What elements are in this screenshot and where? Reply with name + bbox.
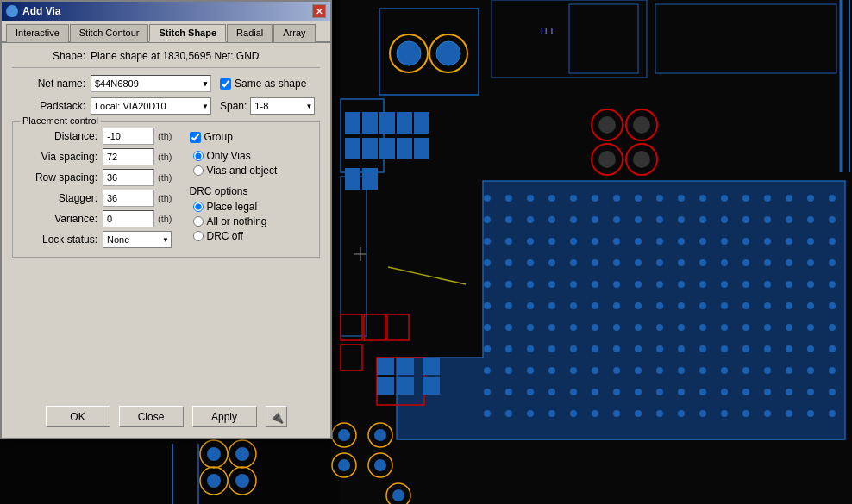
svg-point-203 bbox=[570, 389, 577, 395]
tab-stitch-contour[interactable]: Stitch Contour bbox=[70, 24, 149, 42]
svg-point-224 bbox=[656, 410, 663, 417]
drc-radio-group: Place legal All or nothing DRC off bbox=[193, 201, 278, 242]
lock-status-select[interactable]: None bbox=[103, 231, 172, 248]
svg-point-54 bbox=[656, 195, 663, 202]
svg-point-49 bbox=[548, 195, 555, 202]
svg-point-11 bbox=[436, 41, 460, 65]
svg-point-131 bbox=[484, 302, 491, 309]
net-name-input[interactable] bbox=[91, 75, 211, 92]
net-name-row: Net name: ▼ Same as shape bbox=[12, 75, 320, 92]
extra-icon-button[interactable]: 🔌 bbox=[266, 406, 287, 427]
only-vias-radio[interactable] bbox=[193, 151, 204, 161]
span-select[interactable]: 1-8 bbox=[250, 97, 315, 115]
shape-label-text: Shape: bbox=[12, 50, 85, 62]
all-or-nothing-radio[interactable] bbox=[193, 216, 204, 227]
svg-point-245 bbox=[374, 429, 386, 441]
padstack-row: Padstack: Local: VIA20D10 Span: 1-8 bbox=[12, 97, 320, 115]
stagger-label: Stagger: bbox=[20, 192, 97, 204]
svg-point-59 bbox=[764, 195, 771, 202]
row-spacing-unit: (th) bbox=[158, 172, 172, 183]
drc-off-label: DRC off bbox=[207, 230, 243, 242]
shape-value: Plane shape at 1830,5695 Net: GND bbox=[91, 50, 259, 62]
svg-point-249 bbox=[374, 459, 386, 471]
svg-point-143 bbox=[742, 302, 749, 309]
svg-point-195 bbox=[764, 367, 771, 374]
svg-point-118 bbox=[570, 281, 577, 288]
svg-point-155 bbox=[635, 324, 642, 331]
stagger-input[interactable] bbox=[103, 190, 154, 207]
svg-point-163 bbox=[807, 324, 814, 331]
close-button[interactable]: ✕ bbox=[312, 4, 326, 18]
svg-point-183 bbox=[505, 367, 512, 374]
svg-rect-31 bbox=[397, 138, 412, 159]
svg-point-66 bbox=[548, 216, 555, 223]
vias-and-object-row: Vias and object bbox=[193, 165, 278, 177]
placement-fields: Distance: (th) Via spacing: (th) Row spa… bbox=[20, 128, 172, 252]
svg-point-198 bbox=[829, 367, 836, 374]
svg-point-15 bbox=[633, 116, 650, 134]
svg-point-58 bbox=[742, 195, 749, 202]
svg-point-77 bbox=[786, 216, 792, 223]
button-row: OK Close Apply 🔌 bbox=[2, 406, 330, 427]
svg-point-215 bbox=[829, 389, 836, 395]
svg-point-193 bbox=[721, 367, 728, 374]
svg-rect-25 bbox=[362, 138, 378, 159]
padstack-label: Padstack: bbox=[12, 100, 85, 112]
tab-interactive[interactable]: Interactive bbox=[6, 24, 69, 42]
svg-point-122 bbox=[656, 281, 663, 288]
svg-point-247 bbox=[338, 459, 350, 471]
vias-and-object-radio[interactable] bbox=[193, 165, 204, 176]
svg-point-175 bbox=[699, 345, 706, 352]
ok-button[interactable]: OK bbox=[46, 406, 110, 427]
svg-point-110 bbox=[764, 259, 771, 266]
svg-point-140 bbox=[678, 302, 685, 309]
svg-point-181 bbox=[829, 345, 836, 352]
via-spacing-input[interactable] bbox=[103, 148, 154, 165]
svg-point-171 bbox=[613, 345, 620, 352]
svg-point-74 bbox=[721, 216, 728, 223]
svg-rect-26 bbox=[362, 168, 378, 190]
drc-off-radio[interactable] bbox=[193, 231, 204, 241]
svg-point-63 bbox=[484, 216, 491, 223]
svg-point-188 bbox=[613, 367, 620, 374]
same-as-shape-checkbox[interactable] bbox=[220, 78, 231, 90]
svg-point-237 bbox=[235, 447, 249, 461]
variance-unit: (th) bbox=[158, 214, 172, 224]
svg-point-220 bbox=[570, 410, 577, 417]
shape-row: Shape: Plane shape at 1830,5695 Net: GND bbox=[12, 50, 320, 68]
row-spacing-input[interactable] bbox=[103, 169, 154, 186]
tab-stitch-shape[interactable]: Stitch Shape bbox=[149, 24, 226, 42]
placement-content: Distance: (th) Via spacing: (th) Row spa… bbox=[20, 128, 312, 252]
apply-button[interactable]: Apply bbox=[192, 406, 257, 427]
tab-array[interactable]: Array bbox=[273, 24, 315, 42]
svg-point-97 bbox=[484, 259, 491, 266]
tab-radial[interactable]: Radial bbox=[227, 24, 273, 42]
place-legal-row: Place legal bbox=[193, 201, 278, 213]
distance-input[interactable] bbox=[103, 128, 154, 145]
svg-point-152 bbox=[570, 324, 577, 331]
svg-point-182 bbox=[484, 367, 491, 374]
padstack-select[interactable]: Local: VIA20D10 bbox=[91, 97, 211, 115]
svg-point-116 bbox=[527, 281, 534, 288]
svg-point-205 bbox=[613, 389, 620, 395]
svg-point-154 bbox=[613, 324, 620, 331]
svg-point-214 bbox=[807, 389, 814, 395]
group-checkbox[interactable] bbox=[190, 132, 201, 143]
place-legal-radio[interactable] bbox=[193, 202, 204, 212]
svg-point-95 bbox=[807, 238, 814, 245]
svg-point-48 bbox=[527, 195, 534, 202]
svg-point-208 bbox=[678, 389, 685, 395]
svg-point-108 bbox=[721, 259, 728, 266]
svg-point-156 bbox=[656, 324, 663, 331]
svg-point-189 bbox=[635, 367, 642, 374]
svg-point-111 bbox=[786, 259, 792, 266]
svg-point-196 bbox=[786, 367, 792, 374]
svg-point-85 bbox=[592, 238, 598, 245]
svg-point-180 bbox=[807, 345, 814, 352]
svg-rect-28 bbox=[397, 112, 412, 134]
svg-point-213 bbox=[786, 389, 792, 395]
variance-input[interactable] bbox=[103, 210, 154, 227]
svg-point-115 bbox=[505, 281, 512, 288]
svg-point-55 bbox=[678, 195, 685, 202]
close-dialog-button[interactable]: Close bbox=[119, 406, 184, 427]
